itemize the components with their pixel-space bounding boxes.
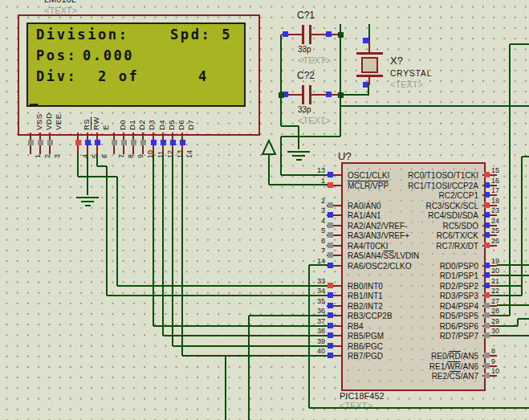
wire-segment[interactable]	[280, 35, 282, 126]
pin-handle-icon[interactable]	[328, 182, 333, 188]
wire-segment[interactable]	[368, 84, 369, 95]
handle-icon[interactable]	[363, 38, 368, 43]
wire-segment[interactable]	[181, 154, 183, 356]
pin-handle-icon[interactable]	[484, 332, 490, 338]
wire-segment[interactable]	[497, 275, 529, 276]
pin-handle-icon[interactable]	[170, 140, 176, 145]
wire-segment[interactable]	[497, 325, 518, 327]
pin-handle-icon[interactable]	[484, 212, 490, 218]
pin-handle-icon[interactable]	[484, 272, 490, 278]
pin-handle-icon[interactable]	[140, 140, 146, 145]
pin-handle-icon[interactable]	[328, 232, 333, 238]
wire-segment[interactable]	[309, 407, 529, 409]
mcu-text-placeholder[interactable]: <TEXT>	[340, 401, 372, 410]
pin-handle-icon[interactable]	[484, 172, 490, 177]
pin-handle-icon[interactable]	[161, 140, 166, 145]
power-arrow-icon[interactable]	[260, 137, 279, 157]
pin-handle-icon[interactable]	[484, 222, 490, 228]
wire-segment[interactable]	[173, 345, 328, 347]
pin-handle-icon[interactable]	[484, 312, 490, 318]
c2-value[interactable]: 33p	[298, 105, 311, 114]
wire-segment[interactable]	[281, 125, 299, 127]
wire-segment[interactable]	[172, 154, 173, 346]
wire-segment[interactable]	[269, 184, 328, 186]
pin-handle-icon[interactable]	[47, 140, 53, 145]
c1-value[interactable]: 33p	[298, 45, 311, 54]
pin-handle-icon[interactable]	[484, 243, 490, 248]
pin-handle-icon[interactable]	[484, 192, 490, 198]
pin-handle-icon[interactable]	[328, 263, 333, 268]
wire-segment[interactable]	[225, 356, 226, 420]
pin-handle-icon[interactable]	[328, 312, 333, 318]
pin-handle-icon[interactable]	[484, 232, 490, 238]
wire-segment[interactable]	[517, 319, 519, 326]
pin-handle-icon[interactable]	[484, 323, 490, 328]
pin-handle-icon[interactable]	[484, 292, 490, 298]
pin-handle-icon[interactable]	[328, 323, 333, 328]
wire-segment[interactable]	[162, 154, 164, 336]
pin-handle-icon[interactable]	[328, 212, 333, 218]
c1-ref[interactable]: C?1	[297, 10, 315, 21]
wire-segment[interactable]	[308, 265, 310, 408]
wire-segment[interactable]	[340, 24, 341, 137]
lcd-part-label[interactable]: LM016L	[44, 0, 76, 4]
wire-segment[interactable]	[510, 43, 529, 45]
wire-segment[interactable]	[116, 177, 118, 286]
wire-segment[interactable]	[509, 44, 511, 316]
mcu-part-number[interactable]: PIC18F452	[340, 391, 385, 401]
wire-segment[interactable]	[182, 355, 328, 357]
wire-segment[interactable]	[497, 304, 529, 306]
pin-handle-icon[interactable]	[121, 140, 127, 145]
pin-handle-icon[interactable]	[38, 140, 43, 145]
pin-handle-icon[interactable]	[484, 202, 490, 208]
wire-segment[interactable]	[340, 105, 529, 107]
pin-handle-icon[interactable]	[28, 140, 34, 145]
pin-handle-icon[interactable]	[328, 303, 333, 308]
pin-handle-icon[interactable]	[75, 140, 81, 145]
mcu-ref[interactable]: U?	[338, 150, 352, 162]
handle-icon[interactable]	[283, 31, 288, 37]
crystal-ref[interactable]: X?	[390, 55, 403, 67]
wire-segment[interactable]	[497, 335, 529, 336]
pin-handle-icon[interactable]	[151, 140, 157, 145]
c2-ref[interactable]: C?2	[297, 70, 315, 81]
pin-handle-icon[interactable]	[484, 363, 490, 369]
pin-handle-icon[interactable]	[328, 252, 333, 258]
wire-segment[interactable]	[340, 94, 369, 96]
pin-handle-icon[interactable]	[180, 140, 185, 145]
pin-handle-icon[interactable]	[112, 140, 117, 145]
wire-segment[interactable]	[281, 174, 328, 176]
pin-handle-icon[interactable]	[484, 283, 490, 288]
pin-handle-icon[interactable]	[328, 283, 333, 288]
wire-segment[interactable]	[163, 335, 328, 336]
pin-handle-icon[interactable]	[328, 222, 333, 228]
pin-handle-icon[interactable]	[131, 140, 136, 145]
wire-segment[interactable]	[153, 154, 154, 326]
crystal-value[interactable]: CRYSTAL	[390, 69, 432, 78]
wire-segment[interactable]	[153, 325, 328, 327]
pin-handle-icon[interactable]	[328, 202, 333, 208]
wire-segment[interactable]	[522, 156, 529, 157]
handle-icon[interactable]	[326, 92, 332, 97]
wire-segment[interactable]	[106, 166, 108, 296]
pin-handle-icon[interactable]	[484, 182, 490, 188]
wire-segment[interactable]	[298, 126, 299, 149]
wire-segment[interactable]	[518, 318, 529, 320]
pin-handle-icon[interactable]	[484, 353, 490, 358]
pin-handle-icon[interactable]	[328, 343, 333, 349]
pin-handle-icon[interactable]	[484, 373, 490, 378]
wire-segment[interactable]	[497, 315, 510, 316]
wire-segment[interactable]	[249, 315, 328, 316]
wire-segment[interactable]	[87, 154, 88, 195]
wire-segment[interactable]	[107, 295, 328, 296]
crystal-text-placeholder[interactable]: <TEXT>	[390, 80, 423, 89]
pin-handle-icon[interactable]	[328, 243, 333, 248]
wire-segment[interactable]	[309, 264, 328, 266]
wire-segment[interactable]	[78, 176, 117, 177]
pin-handle-icon[interactable]	[484, 263, 490, 268]
pin-handle-icon[interactable]	[484, 303, 490, 308]
pin-handle-icon[interactable]	[328, 353, 333, 358]
wire-segment[interactable]	[248, 316, 250, 420]
wire-segment[interactable]	[280, 137, 282, 175]
wire-segment[interactable]	[368, 24, 370, 40]
